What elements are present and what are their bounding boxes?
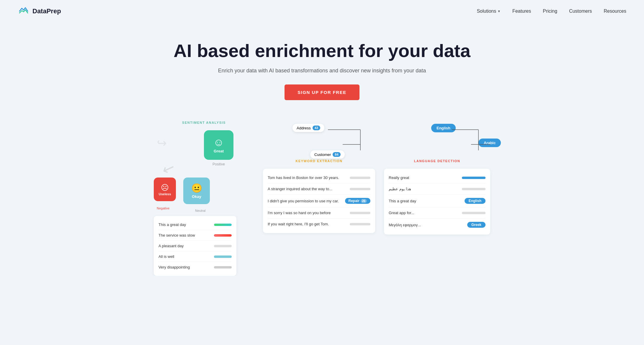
arrow-down-icon: ↙	[160, 158, 177, 179]
english-tag-badge: English	[431, 124, 456, 132]
table-row: A stranger inquired about the way to...	[268, 183, 370, 195]
useless-face-icon: ☹	[161, 183, 169, 192]
address-label: Address	[297, 126, 311, 130]
table-row: Very disappointing	[158, 262, 232, 272]
great-sub: Positive	[169, 162, 269, 166]
greek-badge: Greek	[467, 222, 486, 228]
arabic-tag: Arabic	[467, 139, 489, 147]
table-row: The service was slow	[158, 230, 232, 241]
lang-row-text: Great app for...	[389, 211, 414, 215]
table-row: Tom has lived in Boston for over 30 year…	[268, 172, 370, 183]
customer-tag: Customer 84	[310, 139, 345, 159]
sentiment-okay-badge: 😐 Okay	[183, 178, 210, 204]
english-badge: English	[465, 198, 486, 204]
sentiment-panel: SENTIMENT ANALYSIS ☺ Great Positive ↙ ↩ …	[154, 121, 254, 276]
hero-title: AI based enrichment for your data	[6, 40, 638, 61]
language-table: Really great هذا يوم عظيم This a great d…	[384, 169, 490, 235]
table-row: Μεγάλη εφαρμογ... Greek	[389, 219, 486, 231]
nav-customers[interactable]: Customers	[569, 9, 592, 14]
keyword-row-text: Tom has lived in Boston for over 30 year…	[268, 175, 339, 180]
hero-subtitle: Enrich your data with AI based transform…	[6, 68, 638, 74]
lang-bar	[462, 188, 486, 190]
repair-label: Repair	[349, 199, 359, 203]
keyword-table: Tom has lived in Boston for over 30 year…	[263, 169, 375, 233]
signup-button[interactable]: SIGN UP FOR FREE	[285, 84, 359, 100]
nav-resources[interactable]: Resources	[604, 9, 626, 14]
sentiment-row-text: This a great day	[158, 222, 186, 227]
table-row: Really great	[389, 172, 486, 183]
logo[interactable]: DataPrep	[18, 5, 61, 17]
useless-label: Useless	[159, 192, 171, 196]
table-row: Great app for...	[389, 207, 486, 219]
keyword-bar	[350, 177, 370, 179]
sentiment-bar-red	[214, 234, 232, 237]
sentiment-row-text: Very disappointing	[158, 265, 190, 269]
sentiment-great-badge: ☺ Great	[204, 130, 233, 160]
table-row: I didn't give you permission to use my c…	[268, 195, 370, 207]
hero-section: AI based enrichment for your data Enrich…	[0, 22, 644, 112]
sentiment-row-text: A pleasant day	[158, 244, 184, 248]
lang-row-text: This a great day	[389, 199, 416, 203]
sentiment-bar-cyan	[214, 256, 232, 258]
nav-features[interactable]: Features	[512, 9, 531, 14]
arabic-tag-badge: Arabic	[478, 139, 501, 147]
demo-panels: SENTIMENT ANALYSIS ☺ Great Positive ↙ ↩ …	[127, 112, 517, 276]
nav-pricing-link[interactable]: Pricing	[543, 9, 557, 14]
logo-icon	[18, 5, 30, 17]
language-label: LANGUAGE DETECTION	[384, 159, 490, 163]
keyword-label: KEYWORD EXTRACTION	[263, 159, 375, 163]
table-row: A pleasant day	[158, 241, 232, 251]
lang-row-text: هذا يوم عظيم	[389, 187, 411, 191]
keyword-row-text: A stranger inquired about the way to...	[268, 187, 332, 191]
great-label: Great	[214, 149, 224, 153]
lang-row-text: Really great	[389, 175, 409, 180]
sentiment-bar-lgray	[214, 266, 232, 268]
customer-count: 84	[333, 152, 340, 157]
table-row: I'm sorry I was so hard on you before	[268, 207, 370, 219]
chevron-down-icon: ▼	[497, 9, 501, 13]
table-row: This a great day	[158, 219, 232, 230]
language-panel: English Arabic LANGUAGE DETECTION Really…	[384, 121, 490, 276]
table-row: هذا يوم عظيم	[389, 183, 486, 195]
okay-face-icon: 😐	[191, 183, 202, 193]
great-smiley-icon: ☺	[213, 137, 224, 148]
nav-features-link[interactable]: Features	[512, 9, 531, 14]
sentiment-useless-badge: ☹ Useless	[154, 178, 176, 201]
keyword-tags-area: Address 43 Customer 84	[263, 121, 375, 156]
table-row: This a great day English	[389, 195, 486, 207]
sentiment-label: SENTIMENT ANALYSIS	[154, 121, 254, 124]
nav-solutions[interactable]: Solutions ▼	[477, 9, 501, 14]
customer-label: Customer	[314, 152, 331, 157]
keyword-row-text: If you wait right here, I'll go get Tom.	[268, 222, 329, 226]
sentiment-table: This a great day The service was slow A …	[154, 216, 236, 276]
language-tags-area: English Arabic	[384, 121, 490, 156]
table-row: If you wait right here, I'll go get Tom.	[268, 219, 370, 230]
arrow-up-icon: ↩	[157, 136, 167, 150]
keyword-bar	[350, 212, 370, 214]
keyword-panel: Address 43 Customer 84 KEYWORD	[263, 121, 375, 276]
address-tag: Address 43	[292, 124, 324, 132]
okay-label: Okay	[192, 194, 201, 199]
nav-customers-link[interactable]: Customers	[569, 9, 592, 14]
logo-text: DataPrep	[32, 7, 61, 15]
lang-bar	[462, 177, 486, 179]
keyword-row-text: I'm sorry I was so hard on you before	[268, 211, 331, 215]
repair-count: 26	[361, 199, 367, 203]
negative-label: Negative	[157, 206, 169, 210]
repair-badge: Repair 26	[345, 198, 370, 204]
lang-bar	[462, 212, 486, 214]
nav-pricing[interactable]: Pricing	[543, 9, 557, 14]
navbar: DataPrep Solutions ▼ Features Pricing Cu…	[0, 0, 644, 22]
sentiment-row-text: All is well	[158, 254, 174, 259]
keyword-bar	[350, 188, 370, 190]
sentiment-bar-green	[214, 224, 232, 226]
demo-section: SENTIMENT ANALYSIS ☺ Great Positive ↙ ↩ …	[115, 112, 529, 276]
english-tag: English	[431, 124, 456, 132]
nav-solutions-link[interactable]: Solutions	[477, 9, 496, 14]
nav-resources-link[interactable]: Resources	[604, 9, 626, 14]
nav-links: Solutions ▼ Features Pricing Customers R…	[477, 9, 626, 14]
sentiment-bar-gray	[214, 245, 232, 247]
keyword-bar	[350, 223, 370, 225]
keyword-row-text: I didn't give you permission to use my c…	[268, 199, 339, 203]
lang-row-text: Μεγάλη εφαρμογ...	[389, 223, 421, 227]
